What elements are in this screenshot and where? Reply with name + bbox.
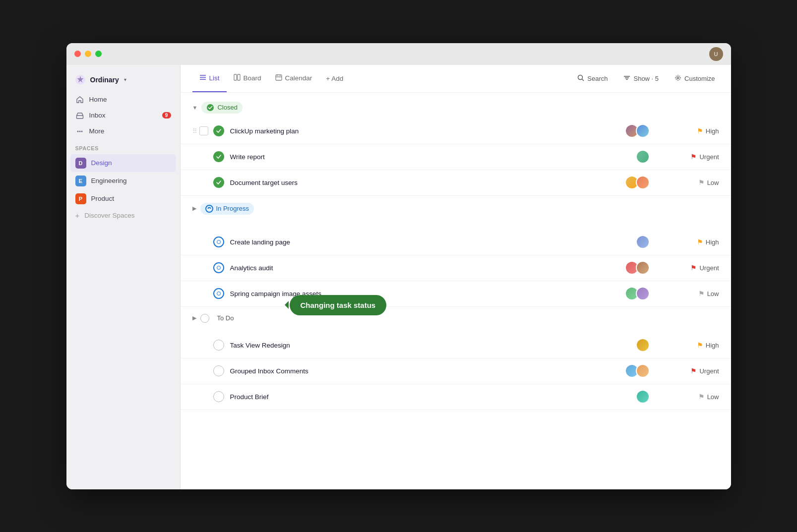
table-row[interactable]: ⠿ Task View Redesign ⚑ High [181,333,731,358]
table-row[interactable]: ⠿ Product Brief ⚑ Low [181,384,731,410]
section-closed: ▼ Closed ⠿ [181,97,731,196]
sidebar-item-more[interactable]: More [70,123,176,139]
task-status-closed-icon[interactable] [213,151,224,162]
task-status-inprogress-icon[interactable] [213,262,224,273]
task-name: Spring campaign image assets [230,290,625,297]
tab-list[interactable]: List [192,65,227,93]
section-spacer [181,220,731,230]
show-label: Show · 5 [633,75,659,82]
avatar [636,364,650,378]
sidebar: Ordinary ▾ Home [66,65,181,489]
table-row[interactable]: ⠿ Create landing page ⚑ High [181,230,731,255]
task-list: ▼ Closed ⠿ [181,93,731,489]
add-view-button[interactable]: + Add [319,65,350,93]
svg-point-14 [578,75,583,79]
task-status-todo-icon[interactable] [213,340,224,351]
task-status-closed-icon[interactable] [213,177,224,188]
plus-icon: + [75,211,80,220]
drag-handle-icon: ⠿ [192,127,197,135]
table-row[interactable]: ⠿ Document target users [181,170,731,196]
show-icon [623,74,630,83]
table-row[interactable]: ⠿ Grouped Inbox Comments ⚑ Urgent [181,358,731,384]
section-inprogress-expand-icon: ▶ [192,205,196,212]
svg-point-19 [677,77,679,79]
sidebar-item-product-label: Product [91,195,115,202]
avatar [636,235,650,249]
task-status-inprogress-icon[interactable] [213,288,224,299]
priority-label: Low [707,290,719,297]
table-row[interactable]: ⠿ Write report ⚑ Urg [181,144,731,170]
discover-spaces-button[interactable]: + Discover Spaces [70,208,176,223]
avatar [636,338,650,352]
priority-label: Low [707,179,719,186]
task-status-inprogress-icon[interactable] [213,236,224,247]
workspace-selector[interactable]: Ordinary ▾ [66,71,180,92]
priority-flag-icon: ⚑ [697,127,703,135]
section-todo-header[interactable]: ▶ To Do [181,309,731,328]
section-inprogress-header[interactable]: ▶ In Progress [181,198,731,220]
task-status-todo-icon[interactable] [213,365,224,376]
sidebar-item-inbox[interactable]: Inbox 9 [70,108,176,123]
priority-label: High [706,342,719,349]
section-in-progress: ▶ In Progress ⠿ [181,198,731,307]
sidebar-item-home[interactable]: Home [70,92,176,108]
section-closed-badge: Closed [201,102,242,114]
tab-calendar[interactable]: Calendar [268,65,319,93]
app-body: Ordinary ▾ Home [66,65,731,489]
user-avatar[interactable]: U [709,47,723,61]
close-button[interactable] [74,51,81,57]
customize-label: Customize [684,75,715,82]
task-name: Task View Redesign [230,342,636,349]
task-name: Product Brief [230,393,636,401]
priority-label: Urgent [699,153,719,161]
task-name: Document target users [230,179,625,186]
tab-board[interactable]: Board [227,65,268,93]
avatar [636,150,650,164]
task-priority: ⚑ Urgent [679,264,719,272]
customize-button[interactable]: Customize [671,72,719,85]
search-button[interactable]: Search [573,72,612,85]
minimize-button[interactable] [85,51,91,57]
priority-label: Urgent [699,367,719,375]
task-status-closed-icon[interactable] [213,125,224,136]
toolbar-tabs: List Board [192,65,574,93]
priority-flag-icon: ⚑ [698,393,705,401]
home-icon [75,95,84,104]
section-closed-expand-icon: ▼ [192,105,198,111]
priority-label: High [706,127,719,135]
sidebar-item-design[interactable]: D Design [70,154,176,172]
task-avatars [636,338,650,352]
task-avatars [636,150,650,164]
section-closed-header[interactable]: ▼ Closed [181,97,731,118]
more-icon [75,127,84,136]
task-name: Create landing page [230,238,636,246]
task-priority: ⚑ Low [679,393,719,401]
add-view-label: + Add [326,75,343,82]
section-spacer [181,328,731,333]
sidebar-item-engineering[interactable]: E Engineering [70,172,176,190]
engineering-space-icon: E [75,176,86,186]
design-space-icon: D [75,158,86,169]
calendar-tab-icon [275,74,282,82]
show-button[interactable]: Show · 5 [619,72,663,85]
table-row[interactable]: ⠿ Spring campaign image assets ⚑ Low [181,281,731,307]
task-priority: ⚑ High [679,127,719,135]
closed-status-icon [206,104,214,112]
task-avatars [625,364,650,378]
tab-calendar-label: Calendar [285,74,312,82]
titlebar: U [66,43,731,65]
table-row[interactable]: ⠿ ClickUp marketing plan [181,118,731,144]
table-row[interactable]: ⠿ Analytics audit ⚑ Urgent [181,255,731,281]
task-checkbox[interactable] [199,126,208,135]
avatar [636,176,650,189]
sidebar-item-product[interactable]: P Product [70,190,176,208]
customize-icon [674,74,681,83]
task-priority: ⚑ Low [679,178,719,186]
task-status-todo-icon [200,314,209,323]
sidebar-item-home-label: Home [89,96,107,103]
maximize-button[interactable] [95,51,102,57]
task-status-todo-icon[interactable] [213,391,224,402]
task-priority: ⚑ Urgent [679,153,719,161]
workspace-logo-icon [74,74,86,86]
svg-line-15 [582,79,584,81]
